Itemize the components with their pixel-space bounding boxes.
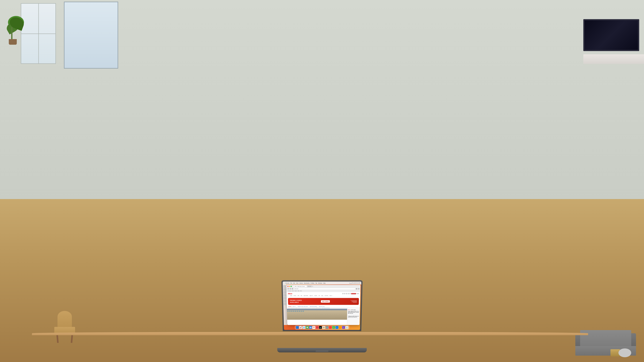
stem — [11, 27, 12, 40]
pot — [9, 39, 17, 45]
window-left — [21, 3, 56, 64]
window-center — [64, 1, 118, 69]
plant-left — [3, 13, 22, 45]
